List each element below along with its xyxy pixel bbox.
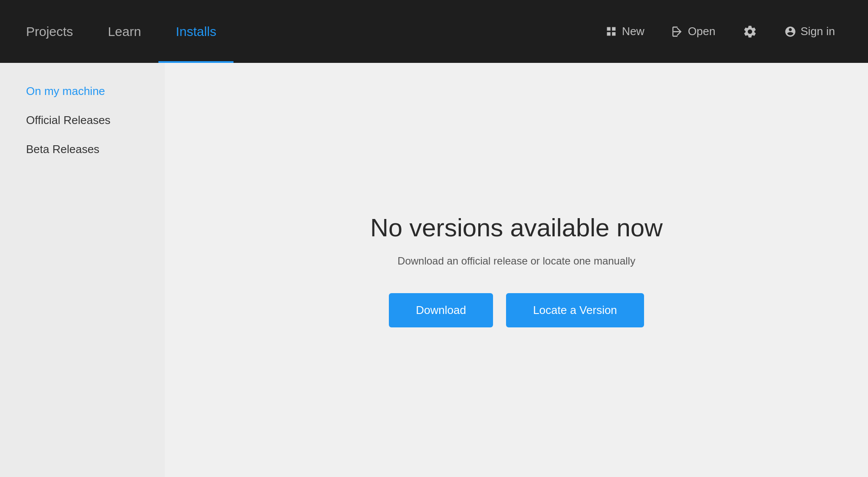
svg-rect-2 — [612, 27, 615, 30]
open-label: Open — [688, 25, 716, 38]
account-icon — [784, 26, 796, 38]
svg-rect-3 — [612, 32, 615, 36]
main-content: No versions available now Download an of… — [165, 63, 868, 477]
settings-button[interactable] — [736, 21, 764, 42]
page-title: No versions available now — [370, 213, 663, 242]
new-button[interactable]: New — [598, 21, 651, 42]
download-button[interactable]: Download — [389, 293, 493, 327]
action-buttons: Download Locate a Version — [389, 293, 644, 327]
main-nav: Projects Learn Installs — [26, 0, 598, 63]
nav-item-projects[interactable]: Projects — [26, 0, 90, 63]
sidebar-item-on-my-machine[interactable]: On my machine — [26, 85, 139, 98]
app-header: Projects Learn Installs New Open — [0, 0, 868, 63]
signin-label: Sign in — [801, 25, 835, 38]
main-container: On my machine Official Releases Beta Rel… — [0, 63, 868, 477]
new-label: New — [622, 25, 644, 38]
header-actions: New Open Sign in — [598, 21, 842, 42]
signin-button[interactable]: Sign in — [777, 21, 842, 42]
locate-version-button[interactable]: Locate a Version — [506, 293, 644, 327]
sidebar-item-beta-releases[interactable]: Beta Releases — [26, 143, 139, 156]
page-subtitle: Download an official release or locate o… — [398, 255, 635, 267]
nav-item-learn[interactable]: Learn — [90, 0, 158, 63]
svg-rect-0 — [607, 27, 610, 30]
sidebar-item-official-releases[interactable]: Official Releases — [26, 114, 139, 127]
new-icon — [605, 26, 618, 38]
open-button[interactable]: Open — [664, 21, 723, 42]
gear-icon — [743, 24, 757, 39]
svg-rect-1 — [607, 32, 610, 36]
nav-item-installs[interactable]: Installs — [158, 0, 233, 63]
sidebar: On my machine Official Releases Beta Rel… — [0, 63, 165, 477]
open-icon — [671, 26, 684, 38]
